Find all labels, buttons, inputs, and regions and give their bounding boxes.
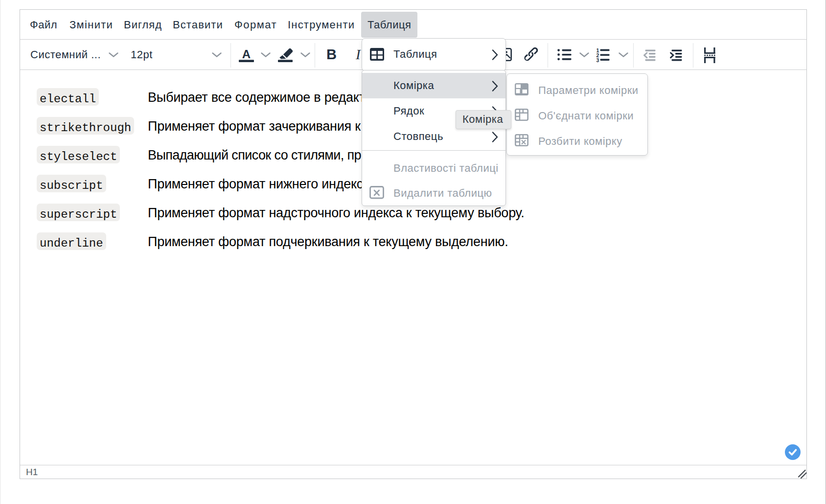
svg-text:3: 3 xyxy=(597,57,599,62)
svg-text:A: A xyxy=(242,47,251,61)
